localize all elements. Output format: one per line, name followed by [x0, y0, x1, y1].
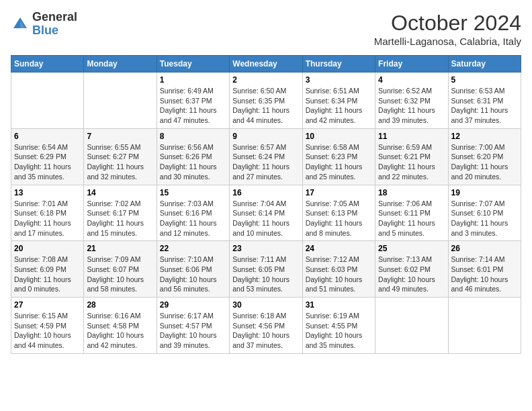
logo: General Blue — [11, 11, 77, 38]
day-info: Sunrise: 6:17 AM Sunset: 4:57 PM Dayligh… — [160, 311, 226, 351]
day-of-week-header: Sunday — [11, 56, 84, 73]
day-number: 29 — [160, 300, 226, 310]
day-info: Sunrise: 7:09 AM Sunset: 6:07 PM Dayligh… — [87, 255, 153, 294]
calendar-cell: 10Sunrise: 6:58 AM Sunset: 6:23 PM Dayli… — [302, 128, 375, 185]
day-info: Sunrise: 6:56 AM Sunset: 6:26 PM Dayligh… — [160, 142, 226, 182]
calendar-table: SundayMondayTuesdayWednesdayThursdayFrid… — [11, 55, 521, 354]
day-number: 25 — [378, 244, 445, 253]
day-info: Sunrise: 7:00 AM Sunset: 6:20 PM Dayligh… — [451, 142, 518, 182]
calendar-cell: 24Sunrise: 7:12 AM Sunset: 6:03 PM Dayli… — [302, 241, 375, 298]
day-number: 11 — [378, 132, 445, 141]
day-number: 31 — [306, 300, 372, 310]
day-number: 1 — [160, 75, 226, 85]
day-number: 16 — [232, 188, 299, 197]
day-info: Sunrise: 7:08 AM Sunset: 6:09 PM Dayligh… — [14, 255, 81, 294]
calendar-cell: 30Sunrise: 6:18 AM Sunset: 4:56 PM Dayli… — [230, 298, 302, 354]
calendar-cell: 5Sunrise: 6:53 AM Sunset: 6:31 PM Daylig… — [448, 73, 521, 129]
calendar-cell: 2Sunrise: 6:50 AM Sunset: 6:35 PM Daylig… — [230, 73, 302, 129]
day-number: 23 — [232, 244, 299, 253]
day-info: Sunrise: 6:15 AM Sunset: 4:59 PM Dayligh… — [14, 311, 81, 351]
day-info: Sunrise: 7:13 AM Sunset: 6:02 PM Dayligh… — [378, 255, 445, 294]
day-info: Sunrise: 6:54 AM Sunset: 6:29 PM Dayligh… — [14, 142, 81, 182]
calendar-cell: 27Sunrise: 6:15 AM Sunset: 4:59 PM Dayli… — [11, 298, 84, 354]
calendar-cell: 31Sunrise: 6:19 AM Sunset: 4:55 PM Dayli… — [302, 298, 375, 354]
day-number: 3 — [306, 75, 372, 85]
day-info: Sunrise: 6:51 AM Sunset: 6:34 PM Dayligh… — [306, 86, 372, 126]
calendar-cell — [375, 298, 448, 354]
day-number: 20 — [14, 244, 81, 253]
calendar-week-row: 13Sunrise: 7:01 AM Sunset: 6:18 PM Dayli… — [11, 185, 521, 241]
calendar-cell: 17Sunrise: 7:05 AM Sunset: 6:13 PM Dayli… — [302, 185, 375, 241]
calendar-cell: 3Sunrise: 6:51 AM Sunset: 6:34 PM Daylig… — [302, 73, 375, 129]
day-number: 18 — [378, 188, 445, 197]
day-number: 13 — [14, 188, 81, 197]
calendar-cell: 26Sunrise: 7:14 AM Sunset: 6:01 PM Dayli… — [448, 241, 521, 298]
day-number: 2 — [232, 75, 299, 85]
day-info: Sunrise: 7:10 AM Sunset: 6:06 PM Dayligh… — [160, 255, 226, 294]
day-of-week-header: Saturday — [448, 56, 521, 73]
calendar-cell: 14Sunrise: 7:02 AM Sunset: 6:17 PM Dayli… — [84, 185, 157, 241]
logo-icon — [11, 15, 30, 34]
day-info: Sunrise: 7:03 AM Sunset: 6:16 PM Dayligh… — [160, 199, 226, 238]
day-number: 10 — [306, 132, 372, 141]
calendar-cell — [11, 73, 84, 129]
title-block: October 2024 Martelli-Laganosa, Calabria… — [374, 11, 521, 47]
calendar-cell — [448, 298, 521, 354]
day-info: Sunrise: 6:49 AM Sunset: 6:37 PM Dayligh… — [160, 86, 226, 126]
day-of-week-header: Friday — [375, 56, 448, 73]
day-info: Sunrise: 6:16 AM Sunset: 4:58 PM Dayligh… — [87, 311, 153, 351]
calendar-cell: 15Sunrise: 7:03 AM Sunset: 6:16 PM Dayli… — [157, 185, 229, 241]
location-subtitle: Martelli-Laganosa, Calabria, Italy — [374, 36, 521, 47]
day-of-week-header: Thursday — [302, 56, 375, 73]
calendar-cell: 18Sunrise: 7:06 AM Sunset: 6:11 PM Dayli… — [375, 185, 448, 241]
day-info: Sunrise: 6:18 AM Sunset: 4:56 PM Dayligh… — [232, 311, 299, 351]
month-title: October 2024 — [374, 11, 521, 36]
day-number: 19 — [451, 188, 518, 197]
day-number: 14 — [87, 188, 153, 197]
calendar-cell: 12Sunrise: 7:00 AM Sunset: 6:20 PM Dayli… — [448, 128, 521, 185]
calendar-week-row: 27Sunrise: 6:15 AM Sunset: 4:59 PM Dayli… — [11, 298, 521, 354]
calendar-cell: 16Sunrise: 7:04 AM Sunset: 6:14 PM Dayli… — [230, 185, 302, 241]
day-info: Sunrise: 6:57 AM Sunset: 6:24 PM Dayligh… — [232, 142, 299, 182]
day-number: 15 — [160, 188, 226, 197]
day-number: 7 — [87, 132, 153, 141]
day-number: 17 — [306, 188, 372, 197]
day-info: Sunrise: 7:12 AM Sunset: 6:03 PM Dayligh… — [306, 255, 372, 294]
calendar-week-row: 6Sunrise: 6:54 AM Sunset: 6:29 PM Daylig… — [11, 128, 521, 185]
calendar-cell: 11Sunrise: 6:59 AM Sunset: 6:21 PM Dayli… — [375, 128, 448, 185]
day-info: Sunrise: 6:59 AM Sunset: 6:21 PM Dayligh… — [378, 142, 445, 182]
calendar-cell: 21Sunrise: 7:09 AM Sunset: 6:07 PM Dayli… — [84, 241, 157, 298]
day-info: Sunrise: 7:02 AM Sunset: 6:17 PM Dayligh… — [87, 199, 153, 238]
day-number: 27 — [14, 300, 81, 310]
calendar-cell: 28Sunrise: 6:16 AM Sunset: 4:58 PM Dayli… — [84, 298, 157, 354]
calendar-cell: 23Sunrise: 7:11 AM Sunset: 6:05 PM Dayli… — [230, 241, 302, 298]
day-number: 5 — [451, 75, 518, 85]
calendar-cell — [84, 73, 157, 129]
calendar-header-row: SundayMondayTuesdayWednesdayThursdayFrid… — [11, 56, 521, 73]
day-number: 26 — [451, 244, 518, 253]
day-number: 22 — [160, 244, 226, 253]
day-number: 30 — [232, 300, 299, 310]
calendar-cell: 19Sunrise: 7:07 AM Sunset: 6:10 PM Dayli… — [448, 185, 521, 241]
day-number: 6 — [14, 132, 81, 141]
day-info: Sunrise: 7:04 AM Sunset: 6:14 PM Dayligh… — [232, 199, 299, 238]
day-info: Sunrise: 7:07 AM Sunset: 6:10 PM Dayligh… — [451, 199, 518, 238]
day-info: Sunrise: 6:50 AM Sunset: 6:35 PM Dayligh… — [232, 86, 299, 126]
day-info: Sunrise: 7:05 AM Sunset: 6:13 PM Dayligh… — [306, 199, 372, 238]
day-number: 4 — [378, 75, 445, 85]
day-number: 21 — [87, 244, 153, 253]
calendar-cell: 6Sunrise: 6:54 AM Sunset: 6:29 PM Daylig… — [11, 128, 84, 185]
day-of-week-header: Monday — [84, 56, 157, 73]
day-info: Sunrise: 7:06 AM Sunset: 6:11 PM Dayligh… — [378, 199, 445, 238]
calendar-cell: 8Sunrise: 6:56 AM Sunset: 6:26 PM Daylig… — [157, 128, 229, 185]
day-info: Sunrise: 7:01 AM Sunset: 6:18 PM Dayligh… — [14, 199, 81, 238]
day-info: Sunrise: 6:53 AM Sunset: 6:31 PM Dayligh… — [451, 86, 518, 126]
day-number: 24 — [306, 244, 372, 253]
calendar-cell: 20Sunrise: 7:08 AM Sunset: 6:09 PM Dayli… — [11, 241, 84, 298]
day-info: Sunrise: 6:55 AM Sunset: 6:27 PM Dayligh… — [87, 142, 153, 182]
calendar-cell: 1Sunrise: 6:49 AM Sunset: 6:37 PM Daylig… — [157, 73, 229, 129]
logo-blue-text: Blue — [32, 24, 77, 38]
day-of-week-header: Tuesday — [157, 56, 229, 73]
page-header: General Blue October 2024 Martelli-Lagan… — [11, 11, 521, 47]
day-number: 9 — [232, 132, 299, 141]
